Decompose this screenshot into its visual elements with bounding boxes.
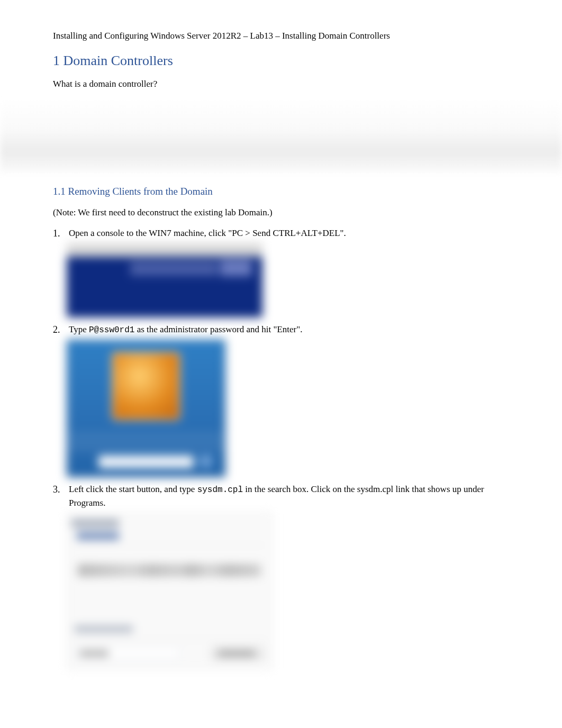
step-2: 2. Type P@ssw0rd1 as the administrator p… bbox=[53, 323, 509, 477]
step-pre: Left click the start button, and type bbox=[69, 484, 197, 494]
step-text: Open a console to the WIN7 machine, clic… bbox=[69, 228, 346, 238]
divider bbox=[71, 639, 267, 640]
screenshot-start-search bbox=[67, 513, 272, 669]
redacted-blur-region bbox=[0, 98, 562, 175]
screenshot-win7-login bbox=[67, 340, 225, 477]
step-1: 1. Open a console to the WIN7 machine, c… bbox=[53, 226, 509, 317]
step-text: Left click the start button, and type sy… bbox=[69, 484, 484, 508]
step-code: P@ssw0rd1 bbox=[89, 325, 134, 335]
password-field bbox=[98, 456, 194, 468]
user-avatar-icon bbox=[112, 352, 180, 421]
screenshot-console-ctrl-alt-del bbox=[67, 243, 262, 317]
programs-header bbox=[71, 520, 119, 527]
step-number: 3. bbox=[53, 483, 60, 497]
steps-list: 1. Open a console to the WIN7 machine, c… bbox=[53, 226, 509, 669]
login-arrow-icon bbox=[199, 454, 213, 468]
blurred-content bbox=[78, 564, 261, 577]
step-pre: Type bbox=[69, 324, 89, 334]
page-header: Installing and Configuring Windows Serve… bbox=[53, 29, 509, 43]
step-number: 1. bbox=[53, 226, 60, 241]
step-text: Type P@ssw0rd1 as the administrator pass… bbox=[69, 324, 302, 334]
step-number: 2. bbox=[53, 323, 60, 337]
note-deconstruct: (Note: We first need to deconstruct the … bbox=[53, 206, 509, 220]
step-code: sysdm.cpl bbox=[197, 485, 243, 495]
heading-domain-controllers: 1 Domain Controllers bbox=[53, 50, 509, 71]
sysdm-link bbox=[77, 532, 119, 540]
intro-question: What is a domain controller? bbox=[53, 77, 509, 91]
search-input bbox=[75, 647, 180, 659]
divider bbox=[74, 545, 265, 545]
login-bar bbox=[67, 431, 225, 452]
heading-removing-clients: 1.1 Removing Clients from the Domain bbox=[53, 184, 509, 199]
step-post: as the administrator password and hit "E… bbox=[134, 324, 302, 334]
step-3: 3. Left click the start button, and type… bbox=[53, 483, 509, 670]
see-more-results bbox=[75, 625, 133, 633]
shutdown-button bbox=[211, 647, 264, 659]
